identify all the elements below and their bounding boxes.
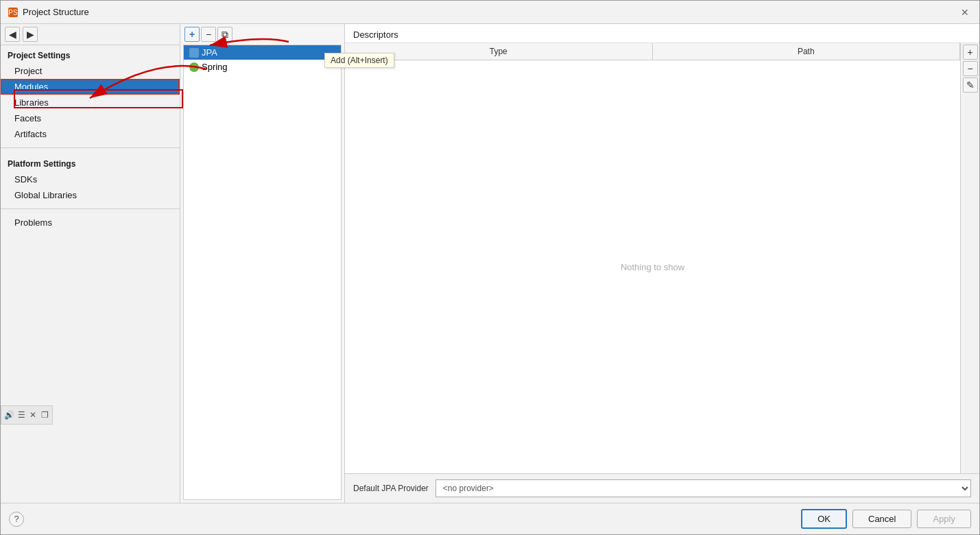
- sidebar-item-problems[interactable]: Problems: [1, 215, 180, 230]
- edit-descriptor-button[interactable]: ✎: [963, 78, 978, 93]
- app-icon: PS: [8, 7, 19, 18]
- sidebar-item-artifacts[interactable]: Artifacts: [1, 126, 180, 142]
- provider-label: Default JPA Provider: [353, 484, 429, 493]
- provider-bar: Default JPA Provider <no provider>: [345, 473, 979, 503]
- sidebar-item-global-libraries[interactable]: Global Libraries: [1, 187, 180, 203]
- module-item-jpa[interactable]: JPA: [184, 45, 341, 60]
- mini-list-icon[interactable]: ☰: [16, 409, 26, 421]
- sidebar-item-libraries[interactable]: Libraries: [1, 95, 180, 110]
- module-panel: + − ⧉ Add (Alt+Insert) JPA Spring: [180, 24, 345, 503]
- back-button[interactable]: ◀: [5, 27, 20, 42]
- descriptor-side-toolbar: + − ✎: [960, 43, 979, 473]
- sidebar-item-sdks[interactable]: SDKs: [1, 171, 180, 187]
- mini-panel: 🔊 ☰ ✕ ❐: [1, 405, 53, 425]
- cancel-button[interactable]: Cancel: [852, 510, 911, 528]
- svg-text:PS: PS: [8, 9, 18, 16]
- descriptor-table: Type Path Nothing to show: [345, 43, 960, 473]
- add-module-button[interactable]: +: [184, 27, 200, 42]
- nav-divider: [1, 147, 180, 148]
- platform-settings-header: Platform Settings: [1, 154, 180, 171]
- copy-module-button[interactable]: ⧉: [217, 27, 232, 42]
- mini-close-icon[interactable]: ✕: [28, 409, 38, 421]
- title-bar-left: PS Project Structure: [8, 7, 89, 18]
- provider-select[interactable]: <no provider>: [435, 479, 971, 497]
- sidebar-item-modules[interactable]: Modules: [1, 79, 180, 95]
- module-list: JPA Spring: [183, 45, 342, 500]
- module-item-spring[interactable]: Spring: [184, 60, 341, 74]
- descriptors-header: Descriptors: [345, 24, 979, 43]
- mini-window-icon[interactable]: ❐: [40, 409, 49, 421]
- spring-icon: [189, 62, 199, 72]
- jpa-icon: [189, 48, 199, 58]
- project-settings-header: Project Settings: [1, 45, 180, 63]
- right-panel: Descriptors Type Path Nothing to show + …: [345, 24, 979, 503]
- column-path: Path: [653, 43, 961, 60]
- sidebar-item-project[interactable]: Project: [1, 63, 180, 79]
- module-toolbar: + − ⧉ Add (Alt+Insert): [180, 24, 344, 45]
- left-panel: ◀ ▶ Project Settings Project Modules Lib…: [1, 24, 180, 503]
- apply-button[interactable]: Apply: [917, 510, 971, 528]
- forward-button[interactable]: ▶: [23, 27, 38, 42]
- empty-message: Nothing to show: [345, 60, 960, 473]
- add-tooltip: Add (Alt+Insert): [324, 53, 394, 68]
- add-descriptor-button[interactable]: +: [963, 45, 978, 60]
- title-bar: PS Project Structure ✕: [1, 1, 979, 24]
- project-structure-dialog: PS Project Structure ✕ ◀ ▶ Project Setti…: [0, 0, 980, 535]
- dialog-title: Project Structure: [23, 7, 89, 17]
- action-bar: ? OK Cancel Apply: [1, 503, 979, 534]
- close-button[interactable]: ✕: [957, 5, 972, 20]
- module-item-spring-label: Spring: [202, 62, 228, 72]
- remove-module-button[interactable]: −: [201, 27, 216, 42]
- remove-descriptor-button[interactable]: −: [963, 61, 978, 76]
- descriptor-area: Type Path Nothing to show + − ✎: [345, 43, 979, 473]
- mini-speaker-icon[interactable]: 🔊: [4, 409, 14, 421]
- nav-divider-2: [1, 209, 180, 209]
- content-area: ◀ ▶ Project Settings Project Modules Lib…: [1, 24, 979, 503]
- help-button[interactable]: ?: [9, 512, 24, 527]
- sidebar-item-facets[interactable]: Facets: [1, 110, 180, 126]
- ok-button[interactable]: OK: [801, 509, 847, 529]
- module-item-jpa-label: JPA: [202, 47, 217, 58]
- table-header: Type Path: [345, 43, 960, 60]
